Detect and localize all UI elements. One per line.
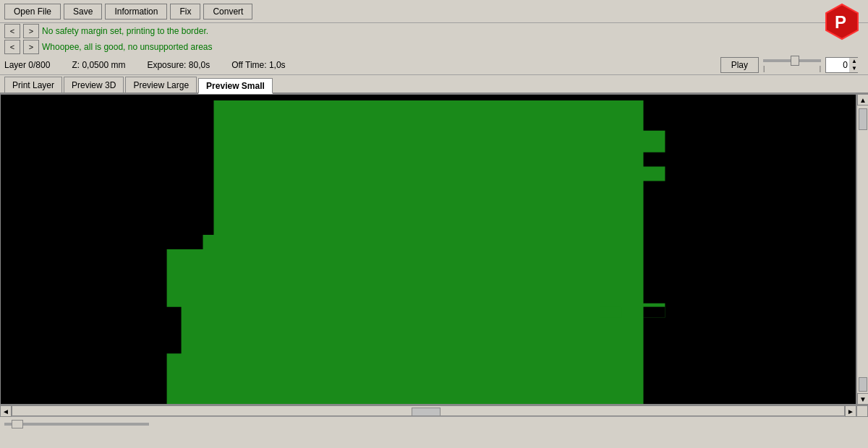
scroll-left-arrow[interactable]: ◄ — [0, 405, 12, 417]
frame-spinners: ▲ ▼ — [849, 58, 859, 72]
information-button[interactable]: Information — [105, 4, 167, 20]
tab-preview-large[interactable]: Preview Large — [125, 77, 197, 92]
bottom-slider-thumb[interactable] — [12, 420, 23, 428]
nav-row-2: < > Whoopee, all is good, no unsupported… — [0, 39, 868, 55]
tabs-bar: Print Layer Preview 3D Preview Large Pre… — [0, 75, 868, 94]
play-button[interactable]: Play — [720, 57, 759, 73]
main-area: ▲ ▼ — [0, 94, 868, 405]
scroll-down-arrow[interactable]: ▼ — [857, 393, 868, 405]
save-button[interactable]: Save — [64, 4, 102, 20]
prev-button-2[interactable]: < — [4, 40, 20, 54]
off-time-value: Off Time: 1,0s — [231, 60, 285, 70]
prev-button-1[interactable]: < — [4, 24, 20, 38]
scroll-right-arrow[interactable]: ► — [845, 405, 856, 417]
scroll-thumb-vertical[interactable] — [859, 108, 867, 130]
tab-print-layer[interactable]: Print Layer — [4, 77, 62, 92]
convert-button[interactable]: Convert — [203, 4, 252, 20]
frame-input-wrapper: ▲ ▼ — [825, 57, 858, 73]
slider-track: | | — [763, 59, 821, 62]
layer-counter: Layer 0/800 — [4, 60, 50, 70]
scroll-up-arrow[interactable]: ▲ — [857, 94, 868, 105]
slider-thumb[interactable] — [791, 56, 799, 66]
frame-down-button[interactable]: ▼ — [850, 65, 859, 72]
exposure-value: Exposure: 80,0s — [147, 60, 210, 70]
layer-canvas — [0, 94, 856, 405]
svg-marker-5 — [600, 307, 622, 318]
bottom-slider-row — [0, 416, 868, 431]
svg-marker-4 — [167, 100, 665, 404]
app-logo: P — [822, 1, 862, 42]
tab-preview-small[interactable]: Preview Small — [198, 78, 273, 94]
vertical-scrollbar: ▲ ▼ — [856, 94, 868, 405]
scroll-thumb-horizontal[interactable] — [412, 408, 441, 416]
scroll-thumb-v-right[interactable] — [859, 377, 867, 392]
layer-info-bar: Layer 0/800 Z: 0,0500 mm Exposure: 80,0s… — [0, 55, 868, 75]
warning-message: No safety margin set, printing to the bo… — [42, 26, 208, 36]
layer-view-svg — [1, 95, 856, 404]
slider-max: | — [820, 65, 821, 72]
frame-up-button[interactable]: ▲ — [850, 58, 859, 65]
next-button-1[interactable]: > — [23, 24, 39, 38]
fix-button[interactable]: Fix — [170, 4, 200, 20]
toolbar: Open File Save Information Fix Convert P — [0, 0, 868, 23]
z-value: Z: 0,0500 mm — [72, 60, 125, 70]
svg-text:P: P — [835, 12, 846, 32]
frame-input[interactable] — [826, 60, 849, 70]
nav-row-1: < > No safety margin set, printing to th… — [0, 23, 868, 39]
svg-marker-6 — [643, 307, 665, 318]
open-file-button[interactable]: Open File — [4, 4, 61, 20]
play-controls: Play | | ▲ ▼ — [720, 57, 858, 73]
scroll-track-vertical[interactable] — [857, 105, 868, 376]
bottom-slider-track[interactable] — [4, 423, 149, 426]
next-button-2[interactable]: > — [23, 40, 39, 54]
horizontal-scrollbar-row: ◄ ► — [0, 405, 868, 416]
scrollbar-corner — [856, 405, 868, 417]
success-message: Whoopee, all is good, no unsupported are… — [42, 42, 213, 52]
scroll-track-horizontal[interactable] — [12, 405, 845, 416]
slider-min: | — [763, 65, 765, 72]
tab-preview-3d[interactable]: Preview 3D — [64, 77, 124, 92]
playback-slider[interactable]: | | — [763, 59, 821, 71]
